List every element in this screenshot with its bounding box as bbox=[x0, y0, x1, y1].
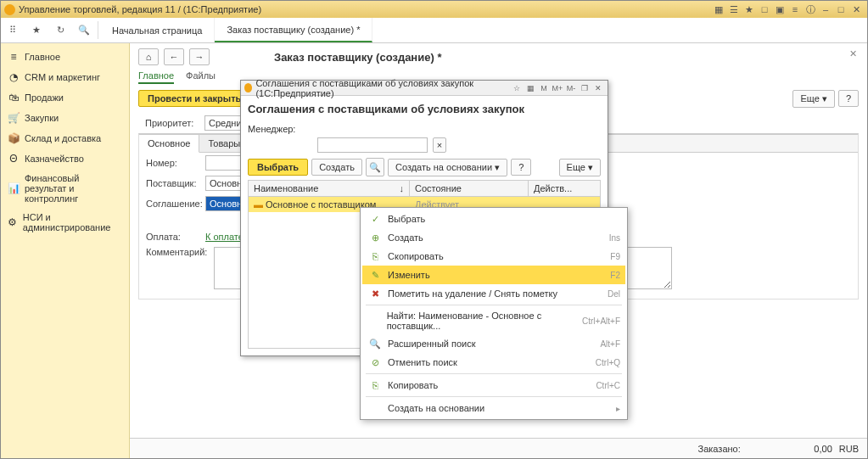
nav-home-button[interactable]: ⌂ bbox=[138, 48, 159, 65]
star-icon[interactable]: ★ bbox=[25, 18, 48, 42]
ctx-create[interactable]: ⊕СоздатьIns bbox=[362, 228, 625, 247]
dialog-titlebar: Соглашения с поставщиками об условиях за… bbox=[241, 81, 608, 96]
ctx-clipboard-copy[interactable]: ⎘КопироватьCtrl+C bbox=[362, 376, 625, 395]
dialog-tool-2[interactable]: ▦ bbox=[524, 82, 536, 94]
dialog-app-icon bbox=[244, 83, 252, 92]
sidebar: ≡Главное ◔CRM и маркетинг 🛍Продажи 🛒Заку… bbox=[1, 43, 130, 458]
dialog-mminus-button[interactable]: M- bbox=[565, 82, 577, 94]
ctx-edit[interactable]: ✎ИзменитьF2 bbox=[362, 266, 625, 284]
bag-icon: 🛍 bbox=[8, 92, 20, 104]
title-info-icon[interactable]: ⓘ bbox=[804, 3, 816, 15]
delete-icon: ✖ bbox=[367, 288, 383, 299]
submenu-icon bbox=[367, 402, 383, 414]
maximize-button[interactable]: □ bbox=[835, 3, 847, 15]
ordered-label: Заказано: bbox=[698, 444, 741, 454]
dialog-find-button[interactable]: 🔍 bbox=[366, 158, 384, 176]
box-icon: 📦 bbox=[8, 132, 20, 144]
main-tabbar: ⠿ ★ ↻ 🔍 Начальная страница Заказ поставщ… bbox=[1, 18, 867, 43]
page-title: Заказ поставщику (создание) * bbox=[274, 51, 441, 64]
dialog-more-button[interactable]: Еще ▾ bbox=[559, 159, 601, 176]
subtab-files[interactable]: Файлы bbox=[186, 69, 216, 84]
ctx-copy[interactable]: ⎘СкопироватьF9 bbox=[362, 247, 625, 266]
nav-forward-button[interactable]: → bbox=[189, 48, 210, 65]
plus-icon: ⊕ bbox=[367, 232, 383, 243]
sidebar-item-nsi[interactable]: ⚙НСИ и администрирование bbox=[1, 208, 129, 237]
ctx-create-based-on[interactable]: Создать на основании▸ bbox=[362, 399, 625, 417]
sidebar-item-treasury[interactable]: ΘКазначейство bbox=[1, 148, 129, 169]
formtab-main[interactable]: Основное bbox=[139, 135, 199, 153]
search-icon[interactable]: 🔍 bbox=[72, 18, 96, 42]
close-window-button[interactable]: ✕ bbox=[850, 3, 862, 15]
cancel-icon: ⊘ bbox=[367, 356, 383, 368]
submit-button[interactable]: Провести и закрыть bbox=[138, 90, 250, 107]
ctx-separator-2 bbox=[366, 373, 622, 374]
pie-icon: ◔ bbox=[8, 71, 20, 83]
tab-order[interactable]: Заказ поставщику (создание) * bbox=[215, 18, 372, 42]
dialog-tool-1[interactable]: ☆ bbox=[511, 82, 523, 94]
sidebar-item-purchases[interactable]: 🛒Закупки bbox=[1, 108, 129, 128]
col-actions[interactable]: Действ... bbox=[529, 181, 600, 196]
circle-icon: Θ bbox=[8, 153, 20, 165]
dialog-close-button[interactable]: ✕ bbox=[592, 82, 604, 94]
app-icon bbox=[4, 4, 15, 15]
window-title: Управление торговлей, редакция 11 / (1С:… bbox=[19, 4, 261, 14]
close-page-button[interactable]: ✕ bbox=[849, 48, 857, 59]
sidebar-item-warehouse[interactable]: 📦Склад и доставка bbox=[1, 128, 129, 148]
check-icon: ✓ bbox=[367, 213, 383, 225]
history-icon[interactable]: ↻ bbox=[48, 18, 72, 42]
pencil-icon: ✎ bbox=[367, 269, 383, 281]
magnifier-icon: 🔍 bbox=[367, 338, 383, 350]
status-footer: Заказано: 0,00 RUB bbox=[130, 438, 867, 458]
title-tool-4[interactable]: □ bbox=[759, 3, 770, 15]
dialog-basedon-button[interactable]: Создать на основании ▾ bbox=[388, 159, 507, 176]
ctx-separator-1 bbox=[366, 305, 622, 305]
ctx-advanced-search[interactable]: 🔍Расширенный поискAlt+F bbox=[362, 334, 625, 353]
manager-input[interactable] bbox=[317, 137, 428, 153]
dialog-m-button[interactable]: M bbox=[538, 82, 550, 94]
dialog-header: Соглашения с поставщиками об условиях за… bbox=[241, 96, 608, 122]
dialog-select-button[interactable]: Выбрать bbox=[248, 159, 308, 176]
ctx-cancel-search[interactable]: ⊘Отменить поискCtrl+Q bbox=[362, 353, 625, 372]
title-tool-1[interactable]: ▦ bbox=[713, 3, 725, 15]
more-button[interactable]: Еще ▾ bbox=[792, 90, 834, 108]
apps-icon[interactable]: ⠿ bbox=[1, 18, 25, 42]
gear-icon: ⚙ bbox=[8, 216, 18, 228]
dialog-title: Соглашения с поставщиками об условиях за… bbox=[255, 78, 511, 98]
cart-icon: 🛒 bbox=[8, 112, 20, 124]
window-titlebar: Управление торговлей, редакция 11 / (1С:… bbox=[1, 1, 867, 18]
number-label: Номер: bbox=[146, 158, 205, 168]
ctx-find[interactable]: Найти: Наименование - Основное с поставщ… bbox=[362, 307, 625, 334]
dialog-create-button[interactable]: Создать bbox=[311, 159, 362, 176]
col-state[interactable]: Состояние bbox=[410, 181, 529, 196]
manager-clear-button[interactable]: × bbox=[433, 137, 446, 153]
title-tool-6[interactable]: ≡ bbox=[789, 3, 801, 15]
ordered-amount: 0,00 bbox=[748, 444, 832, 454]
col-name[interactable]: Наименование↓ bbox=[249, 181, 410, 196]
ctx-delete-mark[interactable]: ✖Пометить на удаление / Снять пометкуDel bbox=[362, 284, 625, 303]
dialog-restore-button[interactable]: ❐ bbox=[579, 82, 591, 94]
sidebar-item-main[interactable]: ≡Главное bbox=[1, 47, 129, 67]
dialog-help-button[interactable]: ? bbox=[511, 159, 531, 176]
dialog-mplus-button[interactable]: M+ bbox=[552, 82, 563, 94]
subtab-main[interactable]: Главное bbox=[138, 69, 174, 84]
title-tool-3[interactable]: ★ bbox=[743, 3, 755, 15]
context-menu: ✓Выбрать ⊕СоздатьIns ⎘СкопироватьF9 ✎Изм… bbox=[360, 207, 628, 420]
clipboard-icon: ⎘ bbox=[367, 379, 383, 391]
nav-back-button[interactable]: ← bbox=[164, 48, 184, 65]
help-button[interactable]: ? bbox=[838, 90, 859, 107]
chart-icon: 📊 bbox=[8, 182, 20, 194]
sidebar-item-finance[interactable]: 📊Финансовый результат и контроллинг bbox=[1, 169, 129, 208]
ctx-select[interactable]: ✓Выбрать bbox=[362, 210, 625, 228]
title-tool-5[interactable]: ▣ bbox=[774, 3, 786, 15]
minimize-button[interactable]: – bbox=[820, 3, 832, 15]
title-tool-2[interactable]: ☰ bbox=[728, 3, 740, 15]
comment-label: Комментарий: bbox=[146, 247, 214, 257]
copy-icon: ⎘ bbox=[367, 250, 383, 262]
ctx-separator-3 bbox=[366, 396, 622, 397]
find-icon bbox=[367, 315, 382, 327]
payment-label: Оплата: bbox=[146, 232, 205, 242]
sidebar-item-sales[interactable]: 🛍Продажи bbox=[1, 87, 129, 108]
menu-icon: ≡ bbox=[8, 51, 20, 63]
sidebar-item-crm[interactable]: ◔CRM и маркетинг bbox=[1, 67, 129, 87]
tab-home[interactable]: Начальная страница bbox=[100, 18, 215, 42]
